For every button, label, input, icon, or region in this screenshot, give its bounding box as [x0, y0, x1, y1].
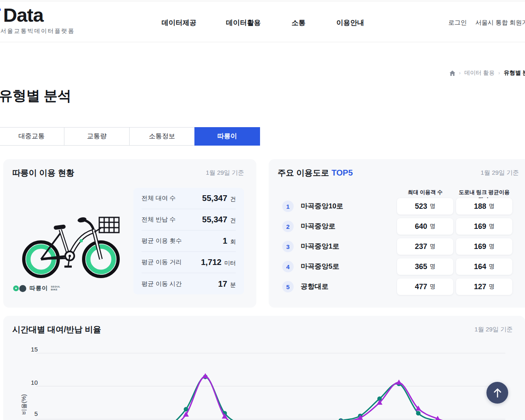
breadcrumb-parent[interactable]: 데이터 활용 — [464, 69, 495, 77]
brand-dot-icon — [19, 285, 26, 292]
stat-label: 평균 이동 시간 — [142, 280, 182, 288]
logo-title: TData — [0, 5, 75, 26]
nav-communication[interactable]: 소통 — [292, 18, 306, 28]
logo-subtitle: 서울교통빅데이터플랫폼 — [0, 27, 75, 35]
road-name: 마곡중앙10로 — [301, 198, 343, 215]
stat-row-total-return: 전체 반납 수 55,347건 — [142, 209, 236, 231]
signup-link[interactable]: 서울시 통합 회원가입 — [475, 19, 525, 27]
road-row: 5 공항대로 477명 127명 — [269, 278, 525, 295]
stat-row-avg-distance: 평균 이동 거리 1,712미터 — [142, 252, 236, 273]
nav-guide[interactable]: 이용안내 — [336, 18, 364, 28]
max-users-value: 477명 — [397, 278, 453, 295]
road-row: 3 마곡중앙1로 237명 169명 — [269, 238, 525, 255]
avg-users-value: 169명 — [456, 218, 512, 235]
home-icon[interactable] — [450, 71, 455, 76]
top-roads-card: 주요 이용도로 TOP5 1월 29일 기준 최대 이용객 수 도로내 링크 평… — [269, 159, 525, 308]
column-header-max-users: 최대 이용객 수 — [397, 189, 453, 196]
rank-badge: 2 — [282, 221, 294, 232]
tab-traffic-info[interactable]: 소통정보 — [129, 127, 195, 146]
stat-unit: 건 — [230, 217, 236, 224]
rank-badge: 1 — [282, 201, 294, 212]
tab-traffic-volume[interactable]: 교통량 — [64, 127, 130, 146]
tab-ttareungi[interactable]: 따릉이 — [194, 127, 260, 146]
max-users-value: 237명 — [397, 238, 453, 255]
avg-users-value: 164명 — [456, 258, 512, 275]
avg-users-value: 188명 — [456, 198, 512, 215]
ttareungi-usage-card: 따릉이 이용 현황 1월 29일 기준 — [3, 159, 256, 308]
logo-t-icon: T — [0, 4, 1, 26]
site-logo[interactable]: TData 서울교통빅데이터플랫폼 — [0, 5, 75, 35]
header: TData 서울교통빅데이터플랫폼 데이터제공 데이터활용 소통 이용안내 로그… — [0, 1, 525, 42]
road-row: 1 마곡중앙10로 523명 188명 — [269, 198, 525, 215]
roads-card-date: 1월 29일 기준 — [481, 169, 519, 177]
road-row: 4 마곡중앙5로 365명 164명 — [269, 258, 525, 275]
nav-data-use[interactable]: 데이터활용 — [226, 18, 261, 28]
bike-illustration-icon — [20, 209, 122, 281]
roads-card-title: 주요 이용도로 TOP5 — [278, 167, 353, 178]
stat-label: 전체 대여 수 — [142, 194, 176, 202]
breadcrumb: › 데이터 활용 › 유형별 분석 — [450, 69, 525, 77]
stat-row-avg-time: 평균 이동 시간 17분 — [142, 273, 236, 294]
road-name: 마곡중앙5로 — [301, 258, 339, 275]
rank-badge: 5 — [282, 281, 294, 292]
chart-card-title: 시간대별 대여/반납 비율 — [12, 324, 101, 335]
road-name: 마곡중앙로 — [301, 218, 336, 235]
stat-unit: 건 — [230, 196, 236, 202]
tab-public-transit[interactable]: 대중교통 — [0, 127, 64, 146]
hourly-ratio-line-chart — [3, 346, 525, 420]
avg-users-value: 127명 — [456, 278, 512, 295]
top5-highlight: TOP5 — [331, 168, 353, 177]
stat-row-total-rental: 전체 대여 수 55,347건 — [142, 188, 236, 209]
stat-value: 17 — [218, 279, 227, 288]
chart-card-date: 1월 29일 기준 — [475, 326, 513, 333]
stat-value: 1,712 — [201, 258, 221, 267]
usage-stats-panel: 전체 대여 수 55,347건 전체 반납 수 55,347건 평균 이용 횟수… — [133, 188, 244, 294]
max-users-value: 523명 — [397, 198, 453, 215]
stat-value: 55,347 — [202, 215, 227, 224]
max-users-value: 365명 — [397, 258, 453, 275]
rank-badge: 3 — [282, 241, 294, 252]
max-users-value: 640명 — [397, 218, 453, 235]
road-row: 2 마곡중앙로 640명 169명 — [269, 218, 525, 235]
page-title: 유형별 분석 — [0, 87, 71, 105]
road-name: 마곡중앙1로 — [301, 238, 339, 255]
rank-badge: 4 — [282, 261, 294, 272]
chevron-right-icon: › — [459, 70, 461, 76]
brand-subtext: SEOUL BIKE — [51, 285, 60, 291]
scroll-to-top-button[interactable] — [486, 382, 508, 404]
stat-label: 전체 반납 수 — [142, 216, 176, 224]
nav-data-provide[interactable]: 데이터제공 — [162, 18, 196, 28]
usage-card-date: 1월 29일 기준 — [206, 169, 244, 177]
usage-card-title: 따릉이 이용 현황 — [12, 167, 74, 178]
stat-label: 평균 이동 거리 — [142, 258, 182, 266]
road-name: 공항대로 — [301, 278, 329, 295]
stat-unit: 분 — [230, 281, 236, 288]
stat-unit: 회 — [230, 238, 236, 245]
stat-value: 55,347 — [202, 194, 227, 203]
stat-row-avg-count: 평균 이용 횟수 1회 — [142, 231, 236, 252]
breadcrumb-current: 유형별 분석 — [504, 69, 525, 77]
stat-unit: 미터 — [224, 260, 236, 266]
brand-name: 따릉이 — [30, 285, 48, 292]
avg-users-value: 169명 — [456, 238, 512, 255]
arrow-up-icon — [493, 388, 502, 398]
tab-bar: 대중교통 교통량 소통정보 따릉이 — [0, 127, 260, 146]
ttareungi-brand-logo: 따릉이 SEOUL BIKE — [13, 285, 60, 292]
login-link[interactable]: 로그인 — [448, 19, 467, 27]
brand-ring-icon — [13, 285, 19, 291]
stat-label: 평균 이용 횟수 — [142, 237, 182, 245]
stat-value: 1 — [223, 236, 227, 245]
chevron-right-icon: › — [498, 70, 500, 76]
